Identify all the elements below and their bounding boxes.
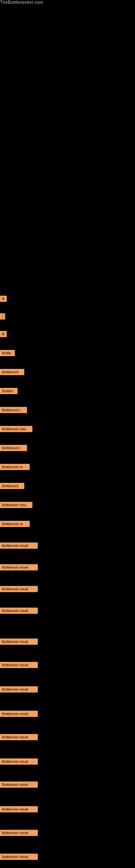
bottleneck-result-item: Bottleneck result xyxy=(0,781,38,788)
bottleneck-result-item: Bottleneck r xyxy=(0,445,27,451)
bottleneck-result-item: Bottleneck result xyxy=(0,806,38,812)
bottleneck-result-item: Bottleneck result xyxy=(0,586,38,592)
bottleneck-result-item: Bottleneck re xyxy=(0,521,30,527)
bottleneck-result-item: Bottleneck xyxy=(0,369,24,375)
bottleneck-result-item: Bottleneck result xyxy=(0,662,38,668)
site-title: TheBottlenecker.com xyxy=(0,0,43,5)
bottleneck-result-item: Bottlen xyxy=(0,388,17,394)
bottleneck-result-item: Bottleneck resu xyxy=(0,502,32,508)
bottleneck-result-item: Bottleneck result xyxy=(0,686,38,692)
bottleneck-result-item: Bottleneck resu xyxy=(0,426,32,432)
bottleneck-result-item: Bottleneck re xyxy=(0,464,30,470)
bottleneck-result-item: Bottleneck result xyxy=(0,854,38,860)
bottleneck-result-item: Bottleneck result xyxy=(0,711,38,717)
bottleneck-result-item: Bottleneck xyxy=(0,483,24,489)
bottleneck-result-item: B xyxy=(0,296,7,302)
bottleneck-result-item: Bottleneck result xyxy=(0,734,38,740)
bottleneck-result-item: Bottleneck result xyxy=(0,608,38,614)
bottleneck-result-item: Bottleneck result xyxy=(0,564,38,570)
bottleneck-result-item: Bottle xyxy=(0,350,15,356)
bottleneck-result-item: Bottleneck result xyxy=(0,830,38,836)
bottleneck-result-item: Bottleneck result xyxy=(0,542,38,549)
bottleneck-result-item: B xyxy=(0,331,7,337)
bottleneck-result-item: Bottleneck result xyxy=(0,758,38,765)
bottleneck-result-item: | xyxy=(0,313,5,319)
bottleneck-result-item: Bottleneck r xyxy=(0,407,27,413)
bottleneck-result-item: Bottleneck result xyxy=(0,639,38,645)
